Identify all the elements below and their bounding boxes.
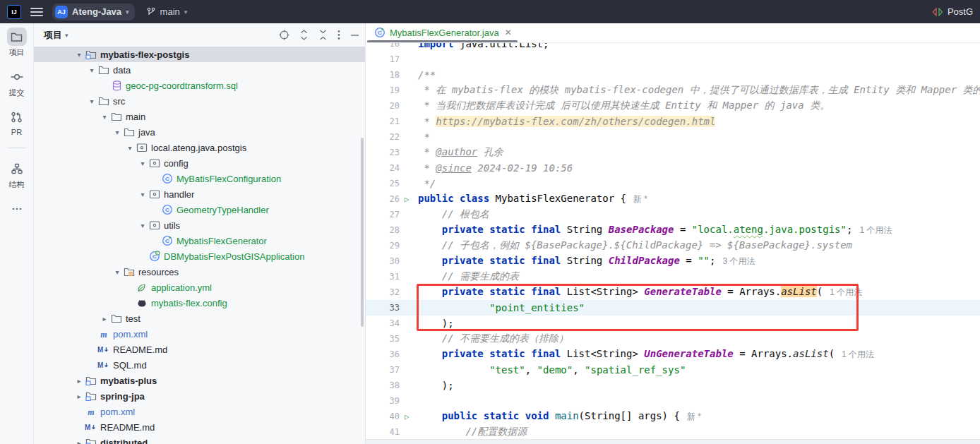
- tree-item[interactable]: ▸spring-jpa: [34, 388, 365, 404]
- chevron-right-icon[interactable]: ▸: [73, 392, 85, 400]
- tree-item[interactable]: MREADME.md: [34, 419, 365, 435]
- code-viewport[interactable]: 16import java.util.List;1718/**19 * 在 my…: [366, 43, 980, 439]
- tree-item[interactable]: ▾data: [34, 62, 365, 78]
- tree-item[interactable]: mpom.xml: [34, 326, 365, 342]
- editor-tab[interactable]: C MybatisFlexGenerator.java ✕: [366, 27, 519, 42]
- code-line[interactable]: 26▷public class MybatisFlexGenerator {新 …: [366, 191, 980, 207]
- code-line[interactable]: 32 private static final List<String> Gen…: [366, 284, 980, 300]
- activity-item-project[interactable]: 项目: [1, 28, 32, 58]
- tree-item[interactable]: CGeometryTypeHandler: [34, 202, 365, 217]
- main-menu-icon[interactable]: [28, 4, 45, 20]
- tree-item[interactable]: mpom.xml: [34, 404, 365, 419]
- tree-item[interactable]: geoc-pg-coordtransform.sql: [34, 78, 365, 93]
- activity-item-commit[interactable]: 提交: [1, 68, 32, 98]
- chevron-right-icon[interactable]: ▸: [99, 315, 110, 323]
- code-line[interactable]: 38 );: [366, 378, 980, 393]
- chevron-down-icon[interactable]: ▾: [86, 66, 97, 74]
- activity-item-pr[interactable]: PR: [1, 108, 32, 136]
- code-line[interactable]: 20 * 当我们把数据库表设计完成 后可以使用其快速生成 Entity 和 Ma…: [366, 98, 980, 114]
- tree-item[interactable]: ▾mybatis-flex-postgis: [34, 47, 365, 62]
- chevron-down-icon[interactable]: ▾: [112, 128, 123, 136]
- code-line[interactable]: 17: [366, 52, 980, 67]
- expand-all-icon[interactable]: [299, 30, 309, 40]
- tree-item[interactable]: CDBMybatisFlexPostGISApplication: [34, 248, 365, 264]
- tree-item[interactable]: CMyBatisFlexConfiguration: [34, 171, 365, 186]
- more-options-icon[interactable]: [337, 30, 340, 40]
- tree-item[interactable]: mybatis-flex.config: [34, 295, 365, 311]
- tree-item[interactable]: ▾resources: [34, 264, 365, 280]
- run-configuration-widget[interactable]: PostG: [932, 6, 973, 17]
- hide-panel-icon[interactable]: [350, 34, 359, 37]
- code-line[interactable]: 35 // 不需要生成的表（排除）: [366, 331, 980, 347]
- code-line[interactable]: 22 *: [366, 129, 980, 145]
- code-line[interactable]: 28 private static final String BasePacka…: [366, 222, 980, 238]
- code-line[interactable]: 30 private static final String ChildPack…: [366, 253, 980, 269]
- chevron-down-icon[interactable]: ▾: [99, 113, 110, 121]
- code-line[interactable]: 34 );: [366, 316, 980, 331]
- tree-item[interactable]: ▸mybatis-plus: [34, 373, 365, 388]
- code-line[interactable]: 39: [366, 393, 980, 409]
- md-icon: M: [97, 359, 110, 371]
- tree-item[interactable]: MSQL.md: [34, 357, 365, 373]
- locate-file-icon[interactable]: [279, 30, 289, 40]
- code-line[interactable]: 16import java.util.List;: [366, 43, 980, 52]
- chevron-down-icon[interactable]: ▾: [137, 191, 148, 198]
- tree-item[interactable]: ▾utils: [34, 217, 365, 233]
- tree-item[interactable]: ▾main: [34, 109, 365, 124]
- run-gutter-icon[interactable]: ▷: [400, 195, 414, 204]
- tree-item[interactable]: CMybatisFlexGenerator: [34, 233, 365, 248]
- chevron-down-icon[interactable]: ▾: [124, 144, 136, 152]
- code-line[interactable]: 21 * https://mybatis-flex.com/zh/others/…: [366, 114, 980, 129]
- project-tool-window: 项目 ▾ ▾mybatis-flex-postgis▾datageoc-pg-c…: [34, 23, 366, 444]
- chevron-down-icon[interactable]: ▾: [137, 222, 148, 229]
- editor-area: C MybatisFlexGenerator.java ✕ 16import j…: [366, 23, 980, 444]
- collapse-all-icon[interactable]: [318, 30, 328, 40]
- chevron-right-icon[interactable]: ▸: [73, 377, 85, 385]
- tree-item[interactable]: ▾handler: [34, 186, 365, 202]
- module-icon: [85, 437, 97, 444]
- tree-item[interactable]: MREADME.md: [34, 342, 365, 357]
- code-text: * @since 2024-02-19 10:56: [414, 162, 573, 174]
- chevron-down-icon[interactable]: ▾: [73, 51, 85, 59]
- run-gutter-icon[interactable]: ▷: [400, 412, 414, 421]
- chevron-down-icon[interactable]: ▾: [65, 32, 68, 39]
- activity-item-label: 结构: [9, 179, 25, 190]
- tree-item[interactable]: ▾src: [34, 93, 365, 109]
- code-line[interactable]: 31 // 需要生成的表: [366, 269, 980, 284]
- tree-item[interactable]: ▸distributed: [34, 435, 365, 444]
- md-icon: M: [85, 421, 97, 433]
- code-line[interactable]: 24 * @since 2024-02-19 10:56: [366, 160, 980, 176]
- chevron-down-icon[interactable]: ▾: [112, 268, 123, 276]
- code-line[interactable]: 41 //配置数据源: [366, 424, 980, 439]
- module-icon: [85, 49, 97, 60]
- tree-item[interactable]: ▾config: [34, 155, 365, 171]
- code-line[interactable]: 18/**: [366, 67, 980, 83]
- branch-widget[interactable]: main ▾: [142, 4, 192, 19]
- activity-item-structure[interactable]: 结构: [1, 160, 32, 190]
- module-icon: [85, 390, 97, 402]
- tree-item[interactable]: ▾java: [34, 124, 365, 140]
- tree-item-label: MyBatisFlexConfiguration: [174, 174, 281, 184]
- code-line[interactable]: 19 * 在 mybatis-flex 的模块 mybatis-flex-cod…: [366, 83, 980, 98]
- code-line[interactable]: 29 // 子包名，例如 ${BasePackage}.${ChildPacka…: [366, 238, 980, 253]
- code-line[interactable]: 40▷ public static void main(String[] arg…: [366, 409, 980, 424]
- project-widget[interactable]: AJ Ateng-Java ▾: [52, 4, 135, 20]
- code-line[interactable]: 37 "test", "demo", "spatial_ref_sys": [366, 362, 980, 378]
- chevron-down-icon: ▾: [126, 8, 129, 16]
- code-line[interactable]: 25 */: [366, 176, 980, 191]
- code-text: * 当我们把数据库表设计完成 后可以使用其快速生成 Entity 和 Mappe…: [414, 100, 830, 112]
- project-panel-title[interactable]: 项目: [44, 29, 62, 42]
- chevron-right-icon[interactable]: ▸: [73, 439, 85, 444]
- chevron-down-icon[interactable]: ▾: [86, 97, 97, 105]
- chevron-down-icon[interactable]: ▾: [137, 160, 148, 167]
- close-tab-icon[interactable]: ✕: [503, 28, 512, 37]
- code-line[interactable]: 27 // 根包名: [366, 207, 980, 222]
- code-line[interactable]: 33 "point_entities": [366, 300, 980, 316]
- tree-item[interactable]: ▾local.ateng.java.postgis: [34, 140, 365, 155]
- tree-scrollbar[interactable]: [361, 138, 364, 327]
- tree-item[interactable]: ▸test: [34, 311, 365, 326]
- tree-item[interactable]: application.yml: [34, 280, 365, 295]
- code-line[interactable]: 23 * @author 孔余: [366, 145, 980, 160]
- code-line[interactable]: 36 private static final List<String> UnG…: [366, 347, 980, 362]
- activity-item-more[interactable]: [1, 200, 32, 218]
